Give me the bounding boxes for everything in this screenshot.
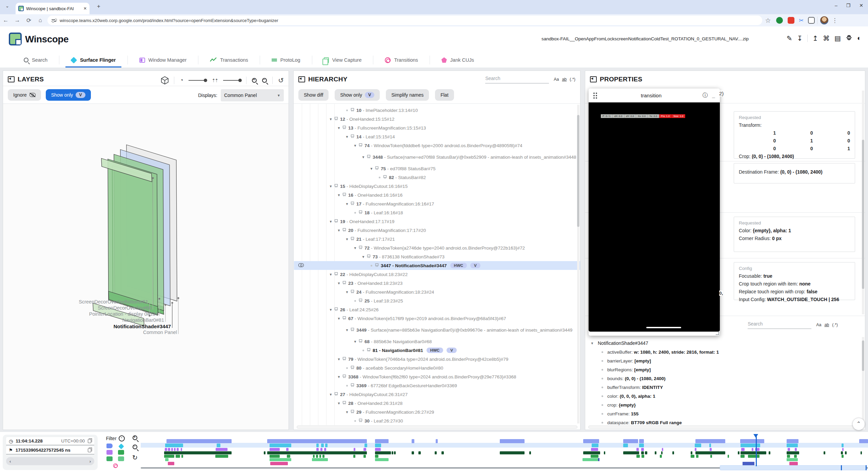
trace-segment-view-capture[interactable] <box>165 458 169 461</box>
properties-scrollbar[interactable] <box>862 91 864 314</box>
trace-segment-window-manager[interactable] <box>174 448 176 451</box>
expand-arrow-icon[interactable]: ▼ <box>336 229 342 232</box>
trace-segment-window-manager[interactable] <box>171 448 173 451</box>
screen-recording-icon[interactable] <box>106 444 113 448</box>
expand-arrow-icon[interactable]: ▼ <box>328 393 334 396</box>
properties-search-input[interactable]: Search <box>748 321 811 329</box>
trace-segment-surface-flinger[interactable] <box>364 444 367 447</box>
hierarchy-flat-button[interactable]: Flat <box>435 89 454 101</box>
trace-segment-window-manager[interactable] <box>316 448 319 451</box>
timeline-scrollbar[interactable]: ‹ › <box>6 457 94 465</box>
extension-scissors-icon[interactable]: ✂ <box>797 17 806 24</box>
trace-segment-transactions[interactable] <box>824 451 825 454</box>
trace-segment-transactions[interactable] <box>641 451 644 454</box>
property-bufferTransform[interactable]: bufferTransform: IDENTITY <box>601 385 663 390</box>
expand-arrow-icon[interactable]: ▼ <box>328 184 334 188</box>
url-text[interactable]: winscope.teams.x20web.corp.google.com/pr… <box>60 18 278 23</box>
forward-icon[interactable]: → <box>12 17 23 24</box>
info-icon[interactable]: ⓘ <box>703 92 708 99</box>
hierarchy-hscrollbar[interactable] <box>297 426 577 429</box>
trace-segment-surface-flinger[interactable] <box>741 444 760 447</box>
trace-segment-window-manager[interactable] <box>788 448 790 451</box>
hierarchy-node-79[interactable]: ▼79- WindowToken{7046b4a type=2024 andro… <box>294 355 580 363</box>
regex-icon[interactable]: (.*) <box>832 322 838 327</box>
expand-arrow-icon[interactable]: ▼ <box>360 255 366 259</box>
expand-arrow-icon[interactable]: ▼ <box>344 135 350 139</box>
trace-segment-window-manager[interactable] <box>641 448 644 451</box>
trace-segment-protolog[interactable] <box>636 455 640 458</box>
expand-arrow-icon[interactable]: ▼ <box>336 375 342 379</box>
tab-search[interactable]: Search <box>12 53 59 67</box>
window-manager-icon[interactable] <box>106 450 113 455</box>
hierarchy-node-24[interactable]: ▼24- FullscreenMagnification:18:23#24 <box>294 288 580 296</box>
trace-segment-view-capture[interactable] <box>312 458 328 461</box>
hierarchy-node-18[interactable]: 18- Leaf:16:16#18 <box>294 208 580 217</box>
hierarchy-node-25[interactable]: 25- Leaf:18:23#25 <box>294 296 580 305</box>
expand-arrow-icon[interactable]: ▼ <box>352 246 358 250</box>
tab-protolog[interactable]: ProtoLog <box>260 53 312 67</box>
brush-handle[interactable] <box>841 465 842 470</box>
expand-arrow-icon[interactable]: ▼ <box>336 357 342 361</box>
property-activeBuffer[interactable]: activeBuffer: w: 1080, h: 2400, stride: … <box>601 350 719 355</box>
hierarchy-node-19[interactable]: ▼19- OneHanded:17:17#19 <box>294 217 580 226</box>
trace-segment-transactions[interactable] <box>412 451 414 454</box>
properties-lower-scrollbar[interactable] <box>862 337 864 425</box>
tab-window-manager[interactable]: Window Manager <box>128 53 198 67</box>
trace-segment-view-capture[interactable] <box>375 458 389 461</box>
resize-handle[interactable] <box>716 332 719 335</box>
layer-label[interactable]: NotificationShade#3447 <box>114 323 171 329</box>
match-case-icon[interactable]: Aa <box>554 77 559 82</box>
trace-segment-window-manager[interactable] <box>165 448 167 451</box>
layer-rect-pointer-location-front[interactable] <box>108 159 158 315</box>
trace-segment-transactions[interactable] <box>267 451 367 454</box>
trace-segment-surface-flinger[interactable] <box>217 444 220 447</box>
tab-close-icon[interactable]: ✕ <box>83 6 87 11</box>
trace-segment-protolog[interactable] <box>794 455 797 458</box>
hierarchy-node-3447[interactable]: 3447- NotificationShade#3447HWCV <box>294 261 580 270</box>
trace-segment-transactions[interactable] <box>861 451 862 454</box>
expand-arrow-icon[interactable]: ▼ <box>344 237 350 241</box>
brush-selection[interactable] <box>720 465 867 470</box>
property-dataspace[interactable]: dataspace: BT709 sRGB Full range <box>601 420 682 425</box>
reset-view-icon[interactable]: ↺ <box>278 76 284 84</box>
hierarchy-show-only-button[interactable]: Show onlyV <box>335 89 380 101</box>
trace-segment-window-manager[interactable] <box>363 448 366 451</box>
home-icon[interactable]: ⌂ <box>35 17 46 24</box>
tab-search-caret-icon[interactable]: ⌄ <box>5 3 9 8</box>
back-icon[interactable]: ← <box>0 17 12 24</box>
trace-segment-transactions[interactable] <box>164 451 232 454</box>
brush-handle[interactable] <box>866 465 867 470</box>
trace-segment-transactions[interactable] <box>583 451 600 454</box>
trace-segment-transactions[interactable] <box>645 451 647 454</box>
extensions-puzzle-icon[interactable] <box>808 17 815 24</box>
hierarchy-node-81[interactable]: 81- NavigationBar0#81HWCV <box>294 346 580 355</box>
expand-arrow-icon[interactable]: ▼ <box>352 144 358 148</box>
trace-segment-transactions[interactable] <box>435 451 437 454</box>
trace-segment-screen-recording[interactable] <box>412 439 414 443</box>
trace-segment-transactions[interactable] <box>691 451 692 454</box>
hierarchy-node-14[interactable]: ▼14- Leaf:15:15#14 <box>294 132 580 141</box>
reload-icon[interactable]: ⟳ <box>23 17 35 24</box>
hierarchy-node-80[interactable]: 80- ace6abb SecondaryHomeHandle0#80 <box>294 363 580 372</box>
hierarchy-node-16[interactable]: ▼16- OneHanded:16:16#16 <box>294 191 580 199</box>
hierarchy-node-20[interactable]: ▼20- FullscreenMagnification:17:17#20 <box>294 226 580 235</box>
trace-segment-surface-flinger[interactable] <box>709 444 711 447</box>
trace-segment-window-manager[interactable] <box>181 448 182 451</box>
trace-segment-surface-flinger[interactable] <box>787 444 798 447</box>
trace-segment-screen-recording[interactable] <box>623 439 638 443</box>
ignore-button[interactable]: Ignore <box>8 89 41 101</box>
property-tree-root[interactable]: ▼NotificationShade#3447 <box>589 340 648 346</box>
bookmark-star-icon[interactable]: ☆ <box>762 17 774 24</box>
transition-card-header[interactable]: transition ⓘ _ <box>589 88 720 102</box>
trace-segment-window-manager[interactable] <box>286 448 289 451</box>
protolog-icon[interactable] <box>106 456 113 461</box>
trace-segment-window-manager[interactable] <box>752 448 753 451</box>
trace-segment-screen-recording[interactable] <box>695 439 725 443</box>
timeline-cursor[interactable] <box>756 435 757 466</box>
property-blurRegions[interactable]: blurRegions: [empty] <box>601 367 651 372</box>
trace-segment-protolog[interactable] <box>642 455 644 458</box>
property-currFrame[interactable]: currFrame: 155 <box>601 411 638 416</box>
hierarchy-node-74[interactable]: ▼74- WindowToken{fdddbe6 type=2000 andro… <box>294 141 580 150</box>
hierarchy-node-73[interactable]: ▼73- 8736138 NotificationShade#73 <box>294 252 580 261</box>
trace-segment-view-capture[interactable] <box>787 458 798 461</box>
